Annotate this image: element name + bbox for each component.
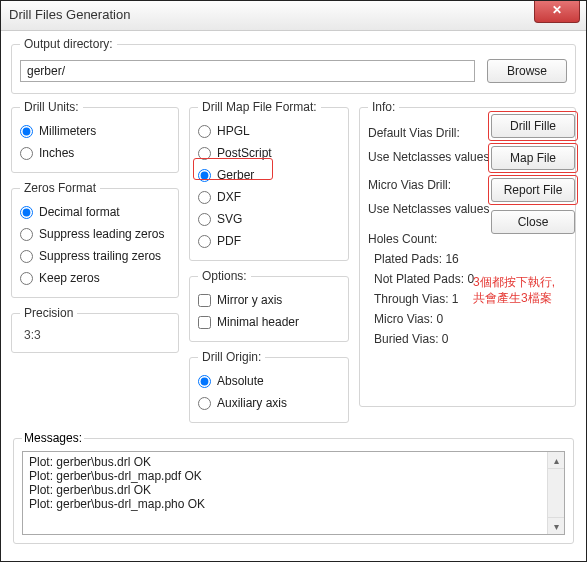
drill-units-legend: Drill Units:	[20, 100, 83, 114]
radio-svg[interactable]: SVG	[198, 208, 340, 230]
browse-button[interactable]: Browse	[487, 59, 567, 83]
radio-gerber[interactable]: Gerber	[198, 164, 340, 186]
report-file-button[interactable]: Report File	[491, 178, 575, 202]
radio-suppress-leading[interactable]: Suppress leading zeros	[20, 223, 170, 245]
info-group: Info: Drill Fille Map File Report File C…	[359, 100, 576, 407]
output-directory-group: Output directory: Browse	[11, 37, 576, 94]
dialog-window: Drill Files Generation ✕ Output director…	[0, 0, 587, 562]
precision-group: Precision 3:3	[11, 306, 179, 353]
messages-text: Plot: gerber\bus.drl OK Plot: gerber\bus…	[29, 455, 558, 511]
client-area: Output directory: Browse Drill Units: Mi…	[1, 31, 586, 552]
holes-buried-vias: Buried Vias: 0	[374, 332, 567, 352]
drill-map-format-legend: Drill Map File Format:	[198, 100, 321, 114]
close-icon: ✕	[552, 3, 562, 17]
radio-postscript[interactable]: PostScript	[198, 142, 340, 164]
drill-units-group: Drill Units: Millimeters Inches	[11, 100, 179, 173]
holes-count-label: Holes Count:	[368, 232, 567, 246]
radio-millimeters[interactable]: Millimeters	[20, 120, 170, 142]
radio-pdf[interactable]: PDF	[198, 230, 340, 252]
messages-group: Messages: Plot: gerber\bus.drl OK Plot: …	[13, 431, 574, 544]
annotation-text: 3個都按下執行, 共會產生3檔案	[473, 274, 573, 306]
radio-auxiliary-axis[interactable]: Auxiliary axis	[198, 392, 340, 414]
radio-suppress-trailing[interactable]: Suppress trailing zeros	[20, 245, 170, 267]
messages-scrollbar[interactable]: ▴ ▾	[547, 452, 564, 534]
window-title: Drill Files Generation	[9, 7, 130, 22]
checkbox-mirror-y[interactable]: Mirror y axis	[198, 289, 340, 311]
scroll-up-icon[interactable]: ▴	[548, 452, 564, 469]
window-close-button[interactable]: ✕	[534, 1, 580, 23]
precision-legend: Precision	[20, 306, 77, 320]
precision-value: 3:3	[20, 326, 170, 344]
radio-decimal-format[interactable]: Decimal format	[20, 201, 170, 223]
output-directory-input[interactable]	[20, 60, 475, 82]
radio-hpgl[interactable]: HPGL	[198, 120, 340, 142]
close-button[interactable]: Close	[491, 210, 575, 234]
options-group: Options: Mirror y axis Minimal header	[189, 269, 349, 342]
drill-file-button[interactable]: Drill Fille	[491, 114, 575, 138]
drill-map-format-group: Drill Map File Format: HPGL PostScript G…	[189, 100, 349, 261]
titlebar[interactable]: Drill Files Generation ✕	[1, 1, 586, 31]
info-legend: Info:	[368, 100, 399, 114]
scroll-down-icon[interactable]: ▾	[548, 517, 564, 534]
drill-origin-group: Drill Origin: Absolute Auxiliary axis	[189, 350, 349, 423]
info-buttons-stack: Drill Fille Map File Report File Close	[491, 114, 575, 234]
zeros-format-group: Zeros Format Decimal format Suppress lea…	[11, 181, 179, 298]
messages-box[interactable]: Plot: gerber\bus.drl OK Plot: gerber\bus…	[22, 451, 565, 535]
radio-inches[interactable]: Inches	[20, 142, 170, 164]
output-directory-legend: Output directory:	[20, 37, 117, 51]
radio-keep-zeros[interactable]: Keep zeros	[20, 267, 170, 289]
holes-plated-pads: Plated Pads: 16	[374, 252, 567, 272]
checkbox-minimal-header[interactable]: Minimal header	[198, 311, 340, 333]
radio-dxf[interactable]: DXF	[198, 186, 340, 208]
map-file-button[interactable]: Map File	[491, 146, 575, 170]
drill-origin-legend: Drill Origin:	[198, 350, 265, 364]
holes-micro-vias: Micro Vias: 0	[374, 312, 567, 332]
options-legend: Options:	[198, 269, 251, 283]
radio-absolute[interactable]: Absolute	[198, 370, 340, 392]
messages-legend: Messages:	[22, 431, 84, 445]
zeros-format-legend: Zeros Format	[20, 181, 100, 195]
